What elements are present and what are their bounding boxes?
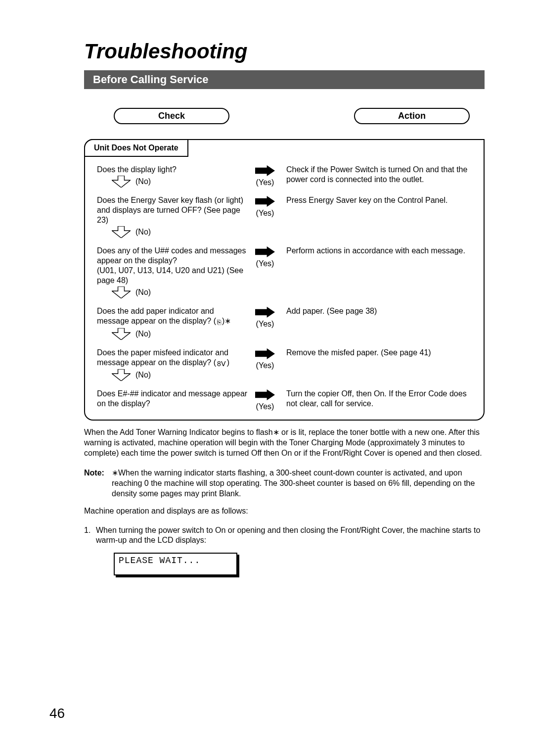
no-label: (No) xyxy=(135,329,151,339)
check-text: Does E#-## indicator and message appear … xyxy=(97,389,248,409)
svg-marker-0 xyxy=(112,176,131,188)
check-text: Does the add paper indicator and message… xyxy=(97,306,248,327)
list-body: When turning the power switch to On or o… xyxy=(96,525,485,546)
down-arrow-icon xyxy=(112,286,131,298)
action-text: Add paper. (See page 38) xyxy=(282,306,472,316)
svg-marker-9 xyxy=(255,348,275,359)
no-label: (No) xyxy=(135,370,151,380)
yes-label: (Yes) xyxy=(256,319,274,329)
action-text: Remove the misfed paper. (See page 41) xyxy=(282,348,472,358)
right-arrow-icon xyxy=(255,246,275,258)
no-label: (No) xyxy=(135,177,151,187)
right-arrow-icon xyxy=(255,195,275,207)
no-label: (No) xyxy=(135,227,151,237)
svg-marker-10 xyxy=(255,389,275,400)
right-arrow-icon xyxy=(255,165,275,177)
section-heading: Before Calling Service xyxy=(84,70,485,89)
svg-marker-8 xyxy=(112,369,131,381)
note-body: ∗When the warning indicator starts flash… xyxy=(112,468,485,499)
yes-label: (Yes) xyxy=(256,259,274,269)
check-text: Does the display light? xyxy=(97,165,248,175)
yes-label: (Yes) xyxy=(256,402,274,412)
no-label: (No) xyxy=(135,287,151,297)
svg-marker-6 xyxy=(112,328,131,340)
check-text: Does the Energy Saver key flash (or ligh… xyxy=(97,195,248,225)
svg-marker-5 xyxy=(255,246,275,257)
check-text: Does any of the U## codes and messages a… xyxy=(97,246,248,285)
add-paper-icon: ⎘ xyxy=(216,318,222,327)
svg-marker-3 xyxy=(255,196,275,207)
check-text: Does the paper misfeed indicator and mes… xyxy=(97,348,248,369)
right-arrow-icon xyxy=(255,389,275,401)
action-text: Press Energy Saver key on the Control Pa… xyxy=(282,195,472,205)
list-number: 1. xyxy=(84,525,96,546)
svg-marker-1 xyxy=(255,165,275,176)
action-text: Perform actions in accordance with each … xyxy=(282,246,472,256)
misfeed-icon: 8ᐯ xyxy=(216,360,227,369)
yes-label: (Yes) xyxy=(256,361,274,371)
yes-label: (Yes) xyxy=(256,178,274,188)
down-arrow-icon xyxy=(112,226,131,238)
down-arrow-icon xyxy=(112,369,131,381)
flowchart-box: Unit Does Not Operate Does the display l… xyxy=(84,139,485,421)
svg-marker-2 xyxy=(112,226,131,238)
operation-intro: Machine operation and displays are as fo… xyxy=(84,506,485,517)
flowchart-tab: Unit Does Not Operate xyxy=(84,139,188,157)
svg-marker-4 xyxy=(112,286,131,298)
lcd-display: PLEASE WAIT... xyxy=(114,553,237,575)
svg-marker-7 xyxy=(255,307,275,318)
page-number: 46 xyxy=(49,706,65,721)
down-arrow-icon xyxy=(112,176,131,188)
right-arrow-icon xyxy=(255,348,275,360)
check-header: Check xyxy=(114,108,229,124)
action-text: Check if the Power Switch is turned On a… xyxy=(282,165,472,185)
down-arrow-icon xyxy=(112,328,131,340)
note-label: Note: xyxy=(84,468,112,499)
right-arrow-icon xyxy=(255,306,275,318)
action-text: Turn the copier Off, then On. If the Err… xyxy=(282,389,472,409)
action-header: Action xyxy=(354,108,470,124)
yes-label: (Yes) xyxy=(256,208,274,218)
toner-warning-paragraph: When the Add Toner Warning Indicator beg… xyxy=(84,427,485,458)
page-title: Troubleshooting xyxy=(84,40,485,63)
